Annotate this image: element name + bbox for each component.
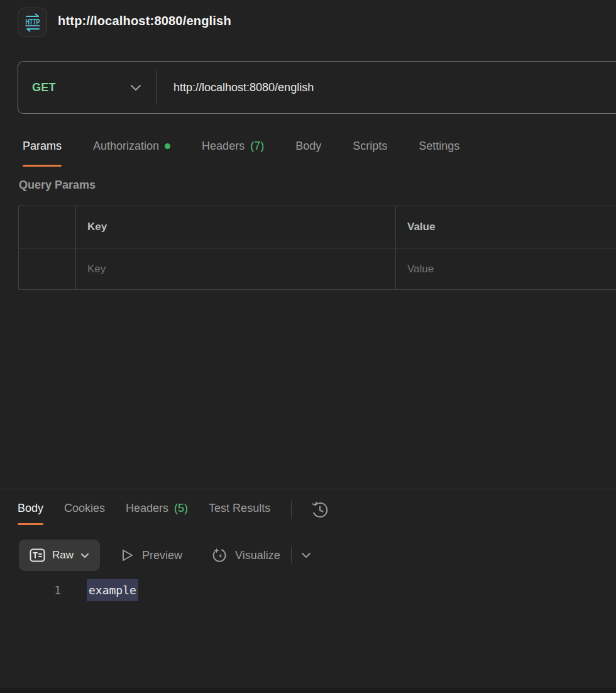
raw-text-icon — [30, 548, 45, 563]
key-column-header: Key — [76, 206, 396, 248]
response-tab-test-results-label: Test Results — [209, 502, 270, 515]
url-input[interactable] — [157, 62, 616, 113]
response-tab-test-results[interactable]: Test Results — [209, 502, 270, 525]
tab-authorization[interactable]: Authorization — [93, 134, 170, 167]
page-title: http://localhost:8080/english — [58, 14, 231, 28]
tab-authorization-label: Authorization — [93, 140, 159, 153]
param-select-header-cell — [19, 206, 76, 248]
response-toolbar: Raw Preview Visualize — [19, 540, 311, 571]
request-tabs: Params Authorization Headers (7) Body Sc… — [23, 134, 459, 167]
preview-label: Preview — [142, 549, 182, 562]
response-tabs: Body Cookies Headers (5) Test Results — [18, 499, 330, 528]
tab-scripts-label: Scripts — [353, 140, 387, 153]
url-bar: GET — [18, 61, 616, 114]
history-button[interactable] — [310, 500, 330, 520]
method-select[interactable]: GET — [18, 62, 157, 113]
tab-params[interactable]: Params — [23, 134, 62, 167]
response-tab-headers-label: Headers — [126, 502, 168, 515]
headers-count-badge: (7) — [250, 140, 264, 153]
more-views-chevron-icon[interactable] — [301, 552, 311, 558]
history-icon — [310, 500, 330, 520]
http-request-window: HTTP http://localhost:8080/english GET P… — [0, 0, 616, 693]
selected-text: example — [87, 579, 138, 601]
chevron-down-icon — [80, 553, 89, 558]
tab-body[interactable]: Body — [295, 134, 321, 167]
tab-headers-label: Headers — [202, 140, 245, 153]
param-row-select-cell — [19, 248, 76, 289]
tab-params-label: Params — [23, 140, 62, 153]
tab-settings-label: Settings — [419, 140, 459, 153]
tab-settings[interactable]: Settings — [419, 134, 459, 167]
response-body-editor[interactable]: 1 example — [0, 579, 616, 602]
tab-headers[interactable]: Headers (7) — [202, 134, 264, 167]
response-tab-body[interactable]: Body — [18, 502, 43, 525]
method-label: GET — [32, 81, 56, 94]
query-params-heading: Query Params — [19, 179, 96, 192]
response-tab-body-label: Body — [18, 502, 43, 515]
response-headers-count-badge: (5) — [174, 502, 188, 515]
query-params-table: Key Value — [18, 206, 616, 290]
sparkles-icon — [210, 546, 228, 564]
response-tab-cookies-label: Cookies — [64, 502, 105, 515]
play-icon — [121, 548, 135, 563]
tab-scripts[interactable]: Scripts — [353, 134, 387, 167]
view-mode-dropdown[interactable]: Raw — [19, 540, 100, 571]
preview-button[interactable]: Preview — [121, 548, 182, 563]
request-response-divider — [0, 489, 616, 489]
auth-status-dot-icon — [165, 143, 170, 149]
param-key-cell — [76, 248, 396, 289]
line-number: 1 — [0, 579, 61, 602]
bottom-edge-strip — [0, 688, 616, 693]
view-mode-label: Raw — [52, 549, 74, 562]
response-tab-cookies[interactable]: Cookies — [64, 502, 105, 525]
param-value-cell — [396, 248, 616, 289]
visualize-button[interactable]: Visualize — [210, 546, 280, 564]
param-value-input[interactable] — [396, 263, 616, 275]
toolbar-divider — [291, 547, 292, 563]
chevron-down-icon — [130, 84, 141, 91]
visualize-label: Visualize — [235, 549, 280, 562]
svg-text:HTTP: HTTP — [25, 16, 40, 26]
response-body-line: example — [87, 579, 138, 602]
param-key-input[interactable] — [76, 263, 395, 275]
tab-body-label: Body — [295, 140, 321, 153]
http-transfer-icon: HTTP — [18, 8, 47, 37]
response-tabs-divider — [291, 501, 292, 519]
value-column-header: Value — [396, 206, 616, 248]
response-tab-headers[interactable]: Headers (5) — [126, 502, 188, 525]
